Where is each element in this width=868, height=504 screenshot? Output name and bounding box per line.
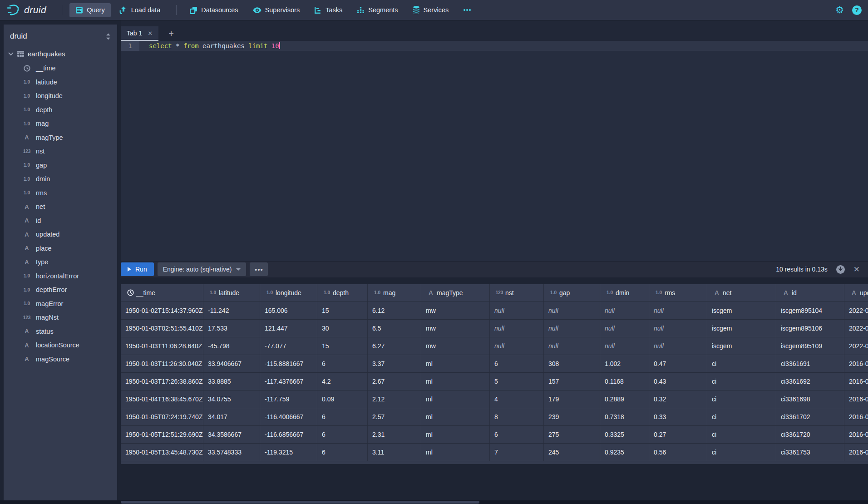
table-cell[interactable]: 34.017 <box>203 408 260 425</box>
table-cell[interactable]: 6 <box>317 408 368 425</box>
column-item-magError[interactable]: 1.0magError <box>4 297 117 311</box>
table-cell[interactable]: ci <box>707 373 776 390</box>
table-cell[interactable]: -116.4006667 <box>260 408 317 425</box>
table-cell[interactable]: 33.8885 <box>203 373 260 390</box>
table-cell[interactable]: ci <box>707 408 776 425</box>
table-cell[interactable]: 2.57 <box>368 408 421 425</box>
column-header-upd[interactable]: Aupd <box>844 284 868 301</box>
table-cell[interactable]: ci3361753 <box>776 444 844 461</box>
table-cell[interactable]: 3.11 <box>368 444 421 461</box>
column-header-rms[interactable]: 1.0rms <box>649 284 707 301</box>
query-text[interactable]: select * from earthquakes limit 10 <box>139 41 280 51</box>
table-cell[interactable]: -115.8881667 <box>260 355 317 372</box>
table-cell[interactable]: 2016-0 <box>844 408 868 425</box>
table-cell[interactable]: 2022-0 <box>844 302 868 319</box>
table-cell[interactable]: 2016-0 <box>844 444 868 461</box>
download-results-icon[interactable] <box>836 265 845 274</box>
table-cell[interactable]: ci3361720 <box>776 426 844 443</box>
column-item-rms[interactable]: 1.0rms <box>4 186 117 200</box>
column-item-status[interactable]: Astatus <box>4 325 117 339</box>
druid-brand[interactable]: druid <box>6 4 54 16</box>
column-header-longitude[interactable]: 1.0longitude <box>260 284 317 301</box>
column-item-nst[interactable]: 123nst <box>4 144 117 158</box>
table-cell[interactable]: null <box>490 302 544 319</box>
table-cell[interactable]: 2016-0 <box>844 390 868 408</box>
table-cell[interactable]: -117.759 <box>260 390 317 408</box>
column-header-magType[interactable]: AmagType <box>421 284 490 301</box>
table-cell[interactable]: 4 <box>490 390 544 408</box>
table-cell[interactable]: 308 <box>544 355 600 372</box>
table-cell[interactable]: 4.2 <box>317 373 368 390</box>
table-cell[interactable]: 6 <box>317 444 368 461</box>
nav-item-supervisors[interactable]: Supervisors <box>247 3 306 17</box>
column-item-depth[interactable]: 1.0depth <box>4 103 117 117</box>
table-cell[interactable]: 7 <box>490 444 544 461</box>
column-header-dmin[interactable]: 1.0dmin <box>600 284 649 301</box>
column-header-nst[interactable]: 123nst <box>490 284 544 301</box>
table-cell[interactable]: ml <box>421 390 490 408</box>
table-cell[interactable]: 6 <box>490 426 544 443</box>
table-cell[interactable]: null <box>600 337 649 355</box>
add-tab-button[interactable]: + <box>166 29 177 41</box>
table-cell[interactable]: iscgem895106 <box>776 320 844 337</box>
query-more-button[interactable]: ••• <box>250 262 268 276</box>
table-cell[interactable]: 6 <box>317 355 368 372</box>
table-cell[interactable]: 33.9406667 <box>203 355 260 372</box>
table-cell[interactable]: ml <box>421 426 490 443</box>
nav-item-more[interactable] <box>457 5 477 15</box>
table-cell[interactable]: iscgem895109 <box>776 337 844 355</box>
table-cell[interactable]: null <box>544 320 600 337</box>
table-cell[interactable]: null <box>544 302 600 319</box>
column-item-latitude[interactable]: 1.0latitude <box>4 75 117 89</box>
table-cell[interactable]: 0.33 <box>649 408 707 425</box>
table-cell[interactable]: 6.5 <box>368 320 421 337</box>
run-button[interactable]: Run <box>121 262 154 276</box>
table-cell[interactable]: 6.27 <box>368 337 421 355</box>
table-cell[interactable]: ci3361702 <box>776 408 844 425</box>
nav-item-tasks[interactable]: Tasks <box>308 3 348 17</box>
table-cell[interactable]: null <box>544 337 600 355</box>
column-header-depth[interactable]: 1.0depth <box>317 284 368 301</box>
column-header-gap[interactable]: 1.0gap <box>544 284 600 301</box>
column-item-magSource[interactable]: AmagSource <box>4 352 117 366</box>
table-cell[interactable]: 6.12 <box>368 302 421 319</box>
nav-item-load-data[interactable]: Load data <box>113 3 167 17</box>
column-item-locationSource[interactable]: AlocationSource <box>4 338 117 352</box>
table-cell[interactable]: 0.3325 <box>600 426 649 443</box>
table-cell[interactable]: 0.56 <box>649 444 707 461</box>
column-header-mag[interactable]: 1.0mag <box>368 284 421 301</box>
table-cell[interactable]: ml <box>421 355 490 372</box>
table-cell[interactable]: ci <box>707 426 776 443</box>
table-cell[interactable]: ci3361698 <box>776 390 844 408</box>
nav-item-segments[interactable]: Segments <box>351 3 404 17</box>
table-cell[interactable]: 15 <box>317 337 368 355</box>
table-cell[interactable]: 0.1168 <box>600 373 649 390</box>
nav-item-datasources[interactable]: Datasources <box>184 3 244 17</box>
column-item-type[interactable]: Atype <box>4 255 117 269</box>
table-cell[interactable]: 245 <box>544 444 600 461</box>
column-item-gap[interactable]: 1.0gap <box>4 158 117 173</box>
table-cell[interactable]: iscgem895104 <box>776 302 844 319</box>
table-cell[interactable]: 1950-01-03T17:26:38.860Z <box>121 373 203 390</box>
table-cell[interactable]: 2.67 <box>368 373 421 390</box>
table-cell[interactable]: 3.37 <box>368 355 421 372</box>
table-cell[interactable]: ci <box>707 355 776 372</box>
table-cell[interactable]: null <box>649 302 707 319</box>
table-cell[interactable]: 1.002 <box>600 355 649 372</box>
column-item-longitude[interactable]: 1.0longitude <box>4 89 117 103</box>
chevron-down-icon[interactable] <box>8 52 14 56</box>
nav-item-query[interactable]: Query <box>69 3 111 17</box>
table-cell[interactable]: 2.12 <box>368 390 421 408</box>
table-cell[interactable]: 0.32 <box>649 390 707 408</box>
column-item-dmin[interactable]: 1.0dmin <box>4 172 117 186</box>
table-cell[interactable]: -119.3215 <box>260 444 317 461</box>
column-item-mag[interactable]: 1.0mag <box>4 117 117 131</box>
table-cell[interactable]: 0.43 <box>649 373 707 390</box>
table-cell[interactable]: 239 <box>544 408 600 425</box>
table-cell[interactable]: mw <box>421 337 490 355</box>
settings-gear-icon[interactable]: ⚙ <box>835 5 844 15</box>
table-cell[interactable]: iscgem <box>707 337 776 355</box>
table-cell[interactable]: 1950-01-05T07:24:19.740Z <box>121 408 203 425</box>
help-icon[interactable]: ? <box>852 5 862 15</box>
datasource-earthquakes[interactable]: earthquakes <box>4 47 117 60</box>
